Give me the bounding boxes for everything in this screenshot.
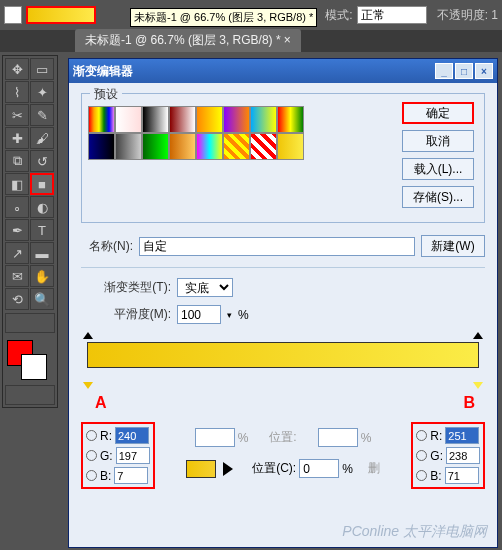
color-stop-right[interactable]: [473, 382, 483, 394]
maximize-button[interactable]: □: [455, 63, 473, 79]
radio-r2[interactable]: [416, 430, 427, 441]
dropdown-icon[interactable]: ▾: [227, 310, 232, 320]
document-tooltip: 未标题-1 @ 66.7% (图层 3, RGB/8) *: [130, 8, 317, 27]
minimize-button[interactable]: _: [435, 63, 453, 79]
pen-tool[interactable]: ✒: [5, 219, 29, 241]
tool-divider: [5, 313, 55, 333]
preset-swatch[interactable]: [250, 106, 277, 133]
smoothness-input[interactable]: [177, 305, 221, 324]
radio-g2[interactable]: [416, 450, 427, 461]
radio-g[interactable]: [86, 450, 97, 461]
type-tool[interactable]: T: [30, 219, 54, 241]
dialog-body: 预设 确定 取消 载入: [69, 83, 497, 499]
preset-swatch[interactable]: [142, 106, 169, 133]
dodge-tool[interactable]: ◐: [30, 196, 54, 218]
radio-r[interactable]: [86, 430, 97, 441]
gradient-type-select[interactable]: 实底: [177, 278, 233, 297]
gradient-tool[interactable]: ■: [30, 173, 54, 195]
document-tabbar: 未标题-1 @ 66.7% (图层 3, RGB/8) * ×: [0, 30, 502, 52]
preset-swatch[interactable]: [277, 106, 304, 133]
stamp-tool[interactable]: ⧉: [5, 150, 29, 172]
cancel-button[interactable]: 取消: [402, 130, 474, 152]
b-a-input[interactable]: [114, 467, 148, 484]
g-b-input[interactable]: [446, 447, 480, 464]
preset-swatch[interactable]: [277, 133, 304, 160]
dialog-titlebar[interactable]: 渐变编辑器 _ □ ×: [69, 59, 497, 83]
location-label: 位置:: [269, 429, 296, 446]
preset-swatch[interactable]: [223, 133, 250, 160]
gradient-bar-wrap: A B: [81, 342, 485, 392]
lasso-tool[interactable]: ⌇: [5, 81, 29, 103]
hand-tool[interactable]: ✋: [30, 265, 54, 287]
divider: [81, 267, 485, 268]
marker-b: B: [463, 394, 475, 412]
opacity-label: 不透明度: 1: [437, 7, 498, 24]
r-b-input[interactable]: [445, 427, 479, 444]
radio-b[interactable]: [86, 470, 97, 481]
r-a-input[interactable]: [115, 427, 149, 444]
smoothness-row: 平滑度(M): ▾ %: [81, 305, 485, 324]
name-input[interactable]: [139, 237, 415, 256]
rotate-tool[interactable]: ⟲: [5, 288, 29, 310]
watermark: PConline 太平洋电脑网: [342, 523, 487, 541]
color-picker[interactable]: [5, 338, 55, 382]
zoom-tool[interactable]: 🔍: [30, 288, 54, 310]
preset-swatch[interactable]: [196, 133, 223, 160]
wand-tool[interactable]: ✦: [30, 81, 54, 103]
eraser-tool[interactable]: ◧: [5, 173, 29, 195]
b-b-input[interactable]: [445, 467, 479, 484]
document-tab[interactable]: 未标题-1 @ 66.7% (图层 3, RGB/8) * ×: [75, 29, 301, 52]
preset-swatch[interactable]: [169, 106, 196, 133]
preset-swatch[interactable]: [169, 133, 196, 160]
opacity-stop-right[interactable]: [473, 332, 483, 342]
dialog-side-buttons: 确定 取消 载入(L)... 存储(S)...: [402, 102, 474, 208]
preset-label: 预设: [90, 86, 122, 103]
new-button[interactable]: 新建(W): [421, 235, 485, 257]
opacity-stop-left[interactable]: [83, 332, 93, 342]
blur-tool[interactable]: ∘: [5, 196, 29, 218]
marquee-tool[interactable]: ▭: [30, 58, 54, 80]
color-stop-left[interactable]: [83, 382, 93, 394]
opacity-input: [195, 428, 235, 447]
save-button[interactable]: 存储(S)...: [402, 186, 474, 208]
location2-input[interactable]: [299, 459, 339, 478]
heal-tool[interactable]: ✚: [5, 127, 29, 149]
rgb-right-group: R: G: B:: [411, 422, 485, 489]
marker-a: A: [95, 394, 107, 412]
preset-swatch[interactable]: [250, 133, 277, 160]
preset-swatch[interactable]: [196, 106, 223, 133]
preset-swatch[interactable]: [115, 133, 142, 160]
background-color[interactable]: [21, 354, 47, 380]
radio-b2[interactable]: [416, 470, 427, 481]
rgb-controls: R: G: B: % 位置: % 位置(C): % 删: [81, 422, 485, 489]
load-button[interactable]: 载入(L)...: [402, 158, 474, 180]
play-icon[interactable]: [223, 462, 233, 476]
ok-button[interactable]: 确定: [402, 102, 474, 124]
brush-tool[interactable]: 🖌: [30, 127, 54, 149]
eyedropper-tool[interactable]: ✎: [30, 104, 54, 126]
quickmask-toggle[interactable]: [5, 385, 55, 405]
gradient-preview[interactable]: [26, 6, 96, 24]
preset-swatch[interactable]: [115, 106, 142, 133]
close-icon[interactable]: ×: [284, 33, 291, 47]
preset-swatch[interactable]: [223, 106, 250, 133]
preset-swatch[interactable]: [88, 133, 115, 160]
shape-tool[interactable]: ▬: [30, 242, 54, 264]
path-tool[interactable]: ↗: [5, 242, 29, 264]
toolbox: ✥ ▭ ⌇ ✦ ✂ ✎ ✚ 🖌 ⧉ ↺ ◧ ■ ∘ ◐ ✒ T ↗ ▬ ✉ ✋ …: [2, 55, 58, 408]
mode-label: 模式:: [325, 7, 352, 24]
history-brush-tool[interactable]: ↺: [30, 150, 54, 172]
rgb-left-group: R: G: B:: [81, 422, 155, 489]
crop-tool[interactable]: ✂: [5, 104, 29, 126]
gradient-type-label: 渐变类型(T):: [81, 279, 171, 296]
name-label: 名称(N):: [81, 238, 133, 255]
notes-tool[interactable]: ✉: [5, 265, 29, 287]
stop-color-swatch[interactable]: [186, 460, 216, 478]
gradient-bar[interactable]: [87, 342, 479, 368]
move-tool[interactable]: ✥: [5, 58, 29, 80]
close-button[interactable]: ×: [475, 63, 493, 79]
mode-select[interactable]: [357, 6, 427, 24]
g-a-input[interactable]: [116, 447, 150, 464]
preset-swatch[interactable]: [142, 133, 169, 160]
preset-swatch[interactable]: [88, 106, 115, 133]
